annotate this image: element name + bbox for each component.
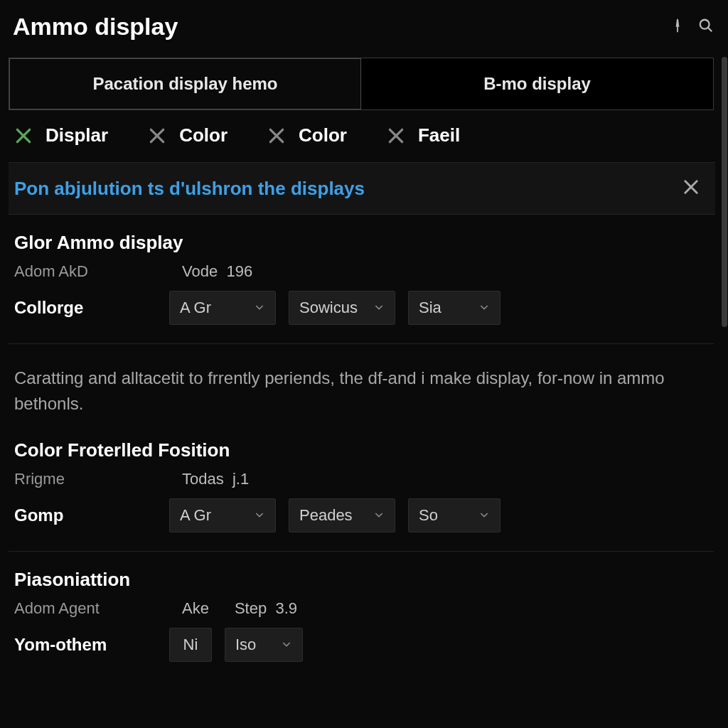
tab-label: B-mo display	[483, 74, 591, 93]
search-icon[interactable]	[698, 18, 714, 36]
scrollbar[interactable]	[721, 57, 728, 728]
close-icon	[681, 177, 701, 197]
dropdown-value: Peades	[299, 506, 353, 525]
chevron-down-icon	[281, 636, 292, 654]
chip-color-2[interactable]: Color	[267, 124, 347, 146]
notice-close-button[interactable]	[681, 177, 701, 200]
svg-point-0	[700, 19, 710, 28]
chevron-down-icon	[373, 506, 385, 525]
dropdown-value: Sia	[419, 299, 441, 317]
header-icons	[670, 18, 714, 36]
chip-color-1[interactable]: Color	[148, 124, 228, 146]
chevron-down-icon	[254, 299, 265, 317]
field-label: Gomp	[14, 505, 156, 525]
meta-key: Rrigme	[14, 470, 156, 488]
dropdown-peades[interactable]: Peades	[289, 498, 395, 532]
chevron-down-icon	[373, 299, 385, 317]
field-row: Gomp A Gr Peades So	[14, 498, 708, 532]
section-title: Color Froterlled Fosition	[14, 439, 708, 461]
chevron-down-icon	[478, 506, 490, 525]
chip-label: Displar	[46, 124, 108, 146]
dropdown-iso[interactable]: Iso	[225, 628, 303, 662]
settings-panel: Ammo display Pacation display hemo B-mo …	[0, 0, 728, 728]
dropdown-agr-2[interactable]: A Gr	[169, 498, 276, 532]
tab-bmo[interactable]: B-mo display	[361, 58, 713, 109]
dropdown-value: A Gr	[180, 299, 211, 317]
dropdown-value: Iso	[235, 636, 256, 654]
section-title: Piasoniattion	[14, 569, 708, 591]
notice-text: Pon abjulution ts d'ulshron the displays	[14, 178, 365, 200]
meta-step: Step 3.9	[235, 599, 297, 618]
close-icon	[267, 127, 286, 145]
meta-val: Vode 196	[182, 262, 252, 281]
chip-faeil[interactable]: Faeil	[387, 124, 460, 146]
chip-label: Color	[299, 124, 347, 146]
field-row: Collorge A Gr Sowicus Sia	[14, 291, 708, 325]
chevron-down-icon	[254, 506, 265, 525]
meta-key: Adom AkD	[14, 262, 156, 281]
field-row: Yom-othem Ni Iso	[14, 628, 708, 662]
section-title: Glor Ammo display	[14, 232, 708, 254]
input-value: Ni	[183, 636, 198, 653]
chevron-down-icon	[478, 299, 490, 317]
dropdown-value: A Gr	[180, 506, 211, 525]
chip-label: Faeil	[418, 124, 460, 146]
dropdown-sowicus[interactable]: Sowicus	[289, 291, 395, 325]
close-icon	[387, 127, 405, 145]
tab-label: Pacation display hemo	[92, 74, 277, 93]
meta-key: Adom Agent	[14, 599, 156, 618]
filter-chips: Displar Color Color Faeil	[9, 110, 714, 162]
dropdown-agr-1[interactable]: A Gr	[169, 291, 276, 325]
tabs: Pacation display hemo B-mo display	[9, 58, 714, 110]
section-color-froterlled: Color Froterlled Fosition Rrigme Todas j…	[9, 422, 714, 532]
close-icon	[148, 127, 166, 145]
meta-row: Rrigme Todas j.1	[14, 470, 708, 488]
meta-row: Adom Agent Ake Step 3.9	[14, 599, 708, 618]
dropdown-value: So	[419, 506, 438, 525]
input-ni[interactable]: Ni	[169, 628, 212, 662]
field-label: Yom-othem	[14, 635, 156, 655]
close-icon	[14, 127, 33, 145]
meta-val: Ake	[182, 599, 209, 618]
page-title: Ammo display	[13, 13, 178, 41]
header: Ammo display	[9, 13, 714, 50]
field-label: Collorge	[14, 298, 156, 318]
description-text: Caratting and alltacetit to frrently per…	[9, 344, 714, 422]
section-piasoniattion: Piasoniattion Adom Agent Ake Step 3.9 Yo…	[9, 552, 714, 662]
chip-label: Color	[179, 124, 228, 146]
meta-row: Adom AkD Vode 196	[14, 262, 708, 281]
dropdown-sia[interactable]: Sia	[408, 291, 500, 325]
notice-bar: Pon abjulution ts d'ulshron the displays	[9, 162, 715, 215]
meta-val: Todas j.1	[182, 470, 249, 488]
chip-displar[interactable]: Displar	[14, 124, 108, 146]
scrollbar-thumb[interactable]	[722, 57, 727, 327]
pin-icon[interactable]	[670, 18, 685, 36]
dropdown-value: Sowicus	[299, 299, 358, 317]
tab-pacation[interactable]: Pacation display hemo	[9, 58, 361, 109]
section-glor-ammo: Glor Ammo display Adom AkD Vode 196 Coll…	[9, 215, 714, 325]
dropdown-so[interactable]: So	[408, 498, 500, 532]
